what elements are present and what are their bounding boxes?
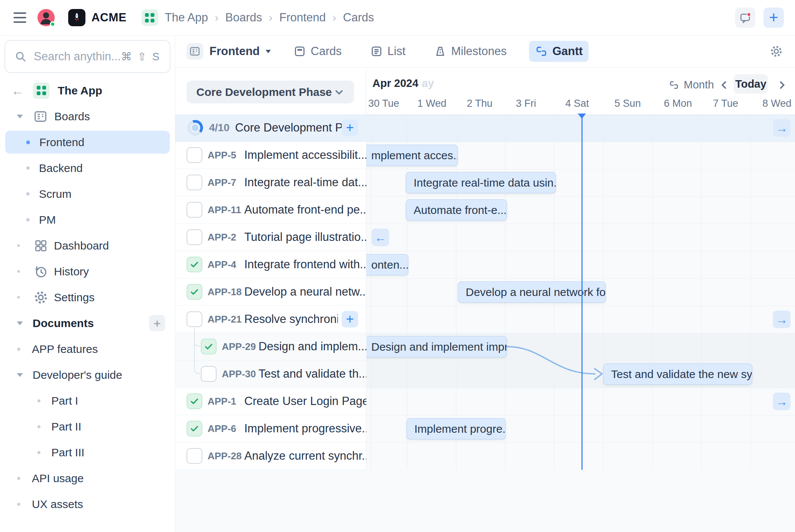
task-checkbox-checked[interactable] [187, 393, 202, 409]
collapse-caret-icon[interactable] [17, 373, 23, 377]
sidebar-item-app-features[interactable]: APP features [0, 336, 175, 362]
task-checkbox[interactable] [187, 229, 202, 245]
search-input[interactable]: Search anythin... ⌘ ⇧ S [4, 40, 170, 73]
task-row[interactable]: APP-7 Integrate real-time dat... [175, 169, 366, 196]
bullet-dot-icon [17, 244, 20, 247]
app-grid-icon [33, 82, 49, 99]
tab-gantt[interactable]: Gantt [529, 41, 589, 62]
bullet-dot-icon [26, 192, 30, 196]
collapse-caret-icon[interactable] [17, 321, 23, 325]
task-row[interactable]: APP-21 Resolve synchroniz... + [175, 306, 366, 333]
subtask-row[interactable]: APP-30 Test and validate th... [175, 360, 366, 388]
main-panel: Frontend Cards List Milestones [175, 36, 795, 532]
breadcrumb-boards[interactable]: Boards [225, 11, 262, 24]
sidebar-item-history[interactable]: History [0, 259, 175, 284]
scroll-to-bar-right-button[interactable]: → [773, 393, 791, 410]
sidebar-item-the-app[interactable]: ← The App [0, 78, 175, 103]
task-list-panel: Core Development Phase 4/10 Core Develop… [175, 67, 366, 470]
arrow-right-icon: → [776, 122, 788, 134]
tab-cards[interactable]: Cards [287, 41, 348, 62]
back-arrow-icon[interactable]: ← [11, 84, 24, 97]
sidebar-item-ux-assets[interactable]: UX assets [0, 491, 175, 517]
scroll-to-bar-right-button[interactable]: → [773, 119, 791, 137]
task-checkbox-checked[interactable] [187, 257, 202, 272]
sidebar-item-scrum[interactable]: Scrum [0, 181, 175, 207]
app-grid-icon[interactable] [142, 9, 158, 26]
task-checkbox[interactable] [187, 175, 202, 190]
task-checkbox[interactable] [187, 311, 202, 327]
sidebar-item-part-2[interactable]: Part II [0, 414, 175, 439]
task-checkbox[interactable] [201, 366, 217, 382]
task-checkbox[interactable] [187, 202, 202, 218]
task-row[interactable]: APP-5 Implement accessibilit... [175, 142, 366, 169]
scroll-to-bar-left-button[interactable]: ← [372, 229, 389, 246]
sidebar-item-backend[interactable]: Backend [0, 155, 175, 181]
top-bar: ACME The App › Boards › Frontend › Cards… [0, 0, 795, 36]
task-checkbox[interactable] [187, 147, 202, 163]
rocket-icon [71, 12, 82, 23]
task-title: Resolve synchroniz... [244, 312, 338, 326]
sidebar-item-frontend[interactable]: Frontend [0, 129, 175, 155]
task-row[interactable]: APP-18 Develop a neural netw... [175, 278, 366, 306]
task-title: Design and implem... [259, 340, 366, 353]
sidebar-item-boards[interactable]: Boards [0, 103, 175, 129]
phase-selector[interactable]: Core Development Phase [187, 81, 354, 103]
gantt-bar[interactable]: Test and validate the new sy... [603, 363, 752, 385]
collapse-caret-icon[interactable] [17, 115, 23, 118]
sidebar-item-part-1[interactable]: Part I [0, 388, 175, 414]
gantt-bar[interactable]: Develop a neural network for... [458, 281, 606, 303]
breadcrumb-cards[interactable]: Cards [343, 11, 374, 24]
add-task-button[interactable]: + [342, 120, 358, 136]
task-checkbox[interactable] [187, 448, 202, 464]
gantt-bar[interactable]: onten... [366, 254, 408, 275]
breadcrumb-frontend[interactable]: Frontend [279, 11, 326, 24]
sidebar-item-dashboard[interactable]: Dashboard [0, 233, 175, 259]
check-icon [189, 396, 200, 407]
task-row[interactable]: APP-28 Analyze current synchr... [175, 442, 366, 470]
sidebar-item-settings[interactable]: Settings [0, 284, 175, 310]
settings-gear-icon[interactable] [770, 45, 783, 58]
sidebar-item-part-3[interactable]: Part III [0, 439, 175, 465]
cards-icon [293, 45, 306, 58]
breadcrumb-the-app[interactable]: The App [165, 11, 208, 24]
tab-milestones[interactable]: Milestones [428, 41, 513, 62]
sidebar-item-api-usage[interactable]: API usage [0, 465, 175, 491]
gantt-bar[interactable]: Implement progre... [406, 418, 506, 439]
task-row[interactable]: APP-1 Create User Login Page [175, 388, 366, 415]
sidebar-section-documents[interactable]: Documents + [0, 310, 175, 336]
board-switcher[interactable]: Frontend [175, 43, 271, 60]
bullet-dot-icon [26, 140, 30, 144]
bullet-dot-icon [17, 296, 20, 299]
arrow-left-icon: ← [375, 232, 387, 244]
app-window: ACME The App › Boards › Frontend › Cards… [0, 0, 795, 532]
sidebar-item-pm[interactable]: PM [0, 207, 175, 233]
sidebar-item-developers-guide[interactable]: Developer's guide [0, 362, 175, 388]
avatar[interactable] [37, 9, 55, 26]
add-subtask-button[interactable]: + [342, 311, 358, 327]
subtask-row[interactable]: APP-29 Design and implem... [175, 333, 366, 360]
org-logo-icon[interactable] [68, 9, 85, 26]
task-checkbox-checked[interactable] [187, 284, 202, 300]
task-row[interactable]: APP-4 Integrate frontend with... [175, 251, 366, 278]
gantt-bar[interactable]: Integrate real-time data usin... [406, 172, 556, 193]
task-id: APP-2 [208, 232, 244, 243]
gantt-bar[interactable]: Design and implement impro... [366, 336, 507, 357]
menu-icon[interactable] [13, 12, 26, 23]
chat-button[interactable] [735, 7, 755, 28]
task-row[interactable]: APP-11 Automate front-end pe... [175, 196, 366, 224]
task-row[interactable]: APP-6 Implement progressive... [175, 415, 366, 442]
task-row[interactable]: APP-2 Tutorial page illustratio... [175, 224, 366, 251]
check-icon [189, 286, 200, 297]
gantt-bar[interactable]: mplement acces... [366, 145, 458, 166]
group-row[interactable]: 4/10 Core Development Ph... + [175, 114, 366, 142]
add-document-button[interactable]: + [149, 315, 165, 331]
arrow-right-icon: → [776, 396, 788, 408]
tab-list[interactable]: List [364, 41, 411, 62]
task-title: Analyze current synchr... [244, 449, 366, 463]
create-new-button[interactable]: + [764, 7, 784, 28]
task-checkbox-checked[interactable] [201, 339, 217, 354]
scroll-to-bar-right-button[interactable]: → [773, 311, 791, 328]
gantt-bar[interactable]: Automate front-e... [406, 199, 507, 221]
bullet-dot-icon [26, 218, 30, 221]
task-checkbox-checked[interactable] [187, 421, 202, 436]
